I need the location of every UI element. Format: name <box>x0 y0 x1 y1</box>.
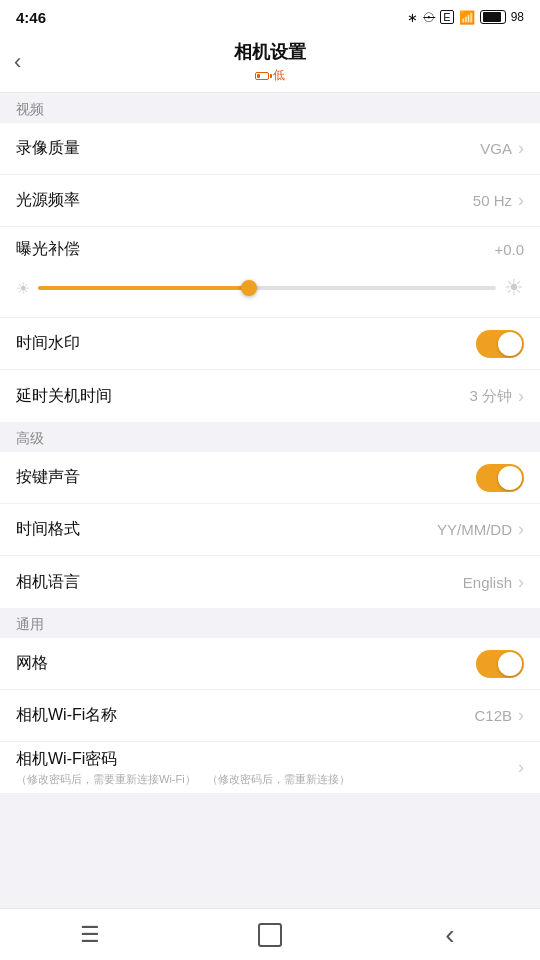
key-sound-toggle[interactable] <box>476 464 524 492</box>
wifi-password-hint: （修改密码后，需要重新连接Wi-Fi） （修改密码后，需重新连接） <box>16 772 516 787</box>
status-icons: ∗ ☉ E 📶 98 <box>407 10 524 25</box>
menu-button[interactable]: ☰ <box>60 915 120 955</box>
light-freq-item[interactable]: 光源频率 50 Hz › <box>0 175 540 227</box>
grid-toggle[interactable] <box>476 650 524 678</box>
section-video-header: 视频 <box>0 93 540 123</box>
video-quality-label: 录像质量 <box>16 138 80 159</box>
bottom-nav: ☰ ‹ <box>0 908 540 960</box>
auto-off-value: 3 分钟 › <box>469 386 524 407</box>
back-button[interactable]: ‹ <box>14 49 21 75</box>
timestamp-label: 时间水印 <box>16 333 80 354</box>
menu-icon: ☰ <box>80 922 100 948</box>
wifi-password-item[interactable]: 相机Wi-Fi密码 （修改密码后，需要重新连接Wi-Fi） （修改密码后，需重新… <box>0 742 540 794</box>
page-header: ‹ 相机设置 低 <box>0 32 540 93</box>
brightness-low-icon: ☀ <box>16 279 30 298</box>
chevron-icon: › <box>518 519 524 540</box>
chevron-icon: › <box>518 572 524 593</box>
section-general: 网格 相机Wi-Fi名称 C12B › 相机Wi-Fi密码 （修改密码后，需要重… <box>0 638 540 794</box>
camera-lang-value: English › <box>463 572 524 593</box>
battery-status: 低 <box>0 67 540 84</box>
exposure-slider[interactable] <box>38 286 496 290</box>
grid-label: 网格 <box>16 653 48 674</box>
bluetooth-icon: ∗ <box>407 10 418 25</box>
status-time: 4:46 <box>16 9 46 26</box>
chevron-icon: › <box>518 138 524 159</box>
main-content: 视频 录像质量 VGA › 光源频率 50 Hz › 曝光补偿 +0.0 ☀ <box>0 93 540 846</box>
wifi-icon: 📶 <box>459 10 475 25</box>
exposure-row: 曝光补偿 +0.0 <box>0 227 540 271</box>
battery-icon <box>480 10 506 24</box>
camera-lang-label: 相机语言 <box>16 572 80 593</box>
back-nav-icon: ‹ <box>445 919 454 951</box>
section-general-header: 通用 <box>0 608 540 638</box>
timestamp-toggle[interactable] <box>476 330 524 358</box>
wifi-password-label: 相机Wi-Fi密码 <box>16 749 516 770</box>
section-advanced-header: 高级 <box>0 422 540 452</box>
timestamp-item[interactable]: 时间水印 <box>0 318 540 370</box>
home-icon <box>258 923 282 947</box>
wifi-name-label: 相机Wi-Fi名称 <box>16 705 117 726</box>
exposure-value: +0.0 <box>494 241 524 258</box>
page-title: 相机设置 <box>0 40 540 65</box>
key-sound-label: 按键声音 <box>16 467 80 488</box>
exposure-label: 曝光补偿 <box>16 239 80 260</box>
video-quality-value: VGA › <box>480 138 524 159</box>
sim-icon: E <box>440 10 453 24</box>
time-format-value: YY/MM/DD › <box>437 519 524 540</box>
battery-percent: 98 <box>511 10 524 24</box>
battery-low-icon <box>255 72 269 80</box>
wifi-name-value: C12B › <box>474 705 524 726</box>
wifi-name-item[interactable]: 相机Wi-Fi名称 C12B › <box>0 690 540 742</box>
exposure-slider-row[interactable]: ☀ ☀ <box>0 271 540 318</box>
auto-off-item[interactable]: 延时关机时间 3 分钟 › <box>0 370 540 422</box>
signal-icon: ☉ <box>423 10 435 25</box>
auto-off-label: 延时关机时间 <box>16 386 112 407</box>
section-video: 录像质量 VGA › 光源频率 50 Hz › 曝光补偿 +0.0 ☀ <box>0 123 540 422</box>
chevron-icon: › <box>518 757 524 778</box>
time-format-label: 时间格式 <box>16 519 80 540</box>
chevron-icon: › <box>518 705 524 726</box>
light-freq-label: 光源频率 <box>16 190 80 211</box>
home-button[interactable] <box>240 915 300 955</box>
back-nav-button[interactable]: ‹ <box>420 915 480 955</box>
section-advanced: 按键声音 时间格式 YY/MM/DD › 相机语言 English › <box>0 452 540 608</box>
camera-lang-item[interactable]: 相机语言 English › <box>0 556 540 608</box>
status-bar: 4:46 ∗ ☉ E 📶 98 <box>0 0 540 32</box>
chevron-icon: › <box>518 386 524 407</box>
battery-label: 低 <box>273 67 285 84</box>
brightness-high-icon: ☀ <box>504 275 524 301</box>
chevron-icon: › <box>518 190 524 211</box>
grid-item[interactable]: 网格 <box>0 638 540 690</box>
time-format-item[interactable]: 时间格式 YY/MM/DD › <box>0 504 540 556</box>
key-sound-item[interactable]: 按键声音 <box>0 452 540 504</box>
light-freq-value: 50 Hz › <box>473 190 524 211</box>
video-quality-item[interactable]: 录像质量 VGA › <box>0 123 540 175</box>
